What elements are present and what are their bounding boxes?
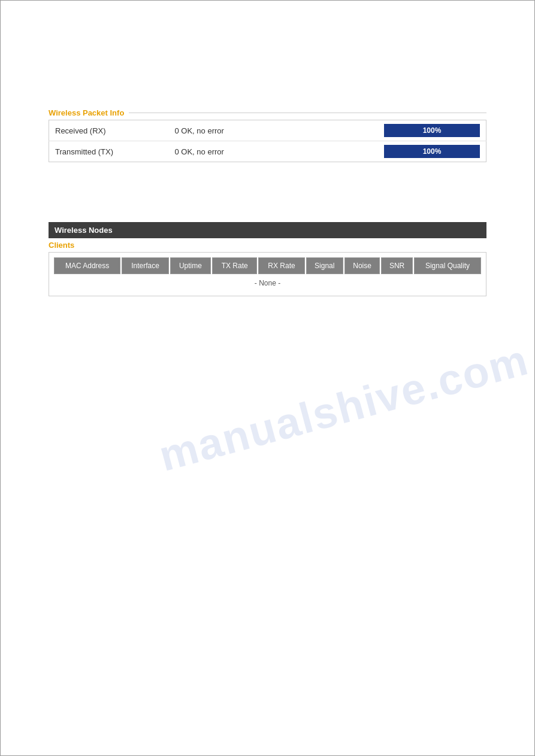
rx-progress-bar: 100% bbox=[384, 124, 480, 137]
wireless-nodes-section: Wireless Nodes Clients MAC Address Inter… bbox=[49, 222, 486, 296]
col-mac-address: MAC Address bbox=[54, 257, 120, 274]
no-data-cell: - None - bbox=[54, 275, 481, 291]
packet-info-section: Wireless Packet Info Received (RX) 0 OK,… bbox=[49, 108, 486, 162]
col-interface: Interface bbox=[122, 257, 169, 274]
clients-table-wrapper: MAC Address Interface Uptime TX Rate RX … bbox=[49, 252, 486, 296]
col-signal-quality: Signal Quality bbox=[414, 257, 481, 274]
packet-info-header: Wireless Packet Info bbox=[49, 108, 486, 117]
tx-status: 0 OK, no error bbox=[169, 141, 379, 162]
col-rx-rate: RX Rate bbox=[258, 257, 304, 274]
table-row: Received (RX) 0 OK, no error 100% bbox=[49, 120, 486, 141]
tx-label: Transmitted (TX) bbox=[49, 141, 169, 162]
nodes-header: Wireless Nodes bbox=[49, 222, 486, 238]
col-snr: SNR bbox=[381, 257, 413, 274]
clients-label: Clients bbox=[49, 241, 486, 250]
tx-progress-bar: 100% bbox=[384, 145, 480, 158]
table-row: Transmitted (TX) 0 OK, no error 100% bbox=[49, 141, 486, 162]
col-tx-rate: TX Rate bbox=[212, 257, 257, 274]
rx-status: 0 OK, no error bbox=[169, 120, 379, 141]
packet-info-divider bbox=[129, 113, 486, 113]
clients-table: MAC Address Interface Uptime TX Rate RX … bbox=[53, 256, 482, 292]
table-header-row: MAC Address Interface Uptime TX Rate RX … bbox=[54, 257, 481, 274]
page-container: manualshive.com Wireless Packet Info Rec… bbox=[0, 0, 535, 756]
no-data-row: - None - bbox=[54, 275, 481, 291]
rx-label: Received (RX) bbox=[49, 120, 169, 141]
watermark: manualshive.com bbox=[153, 335, 533, 480]
tx-progress-cell: 100% bbox=[378, 141, 486, 162]
col-signal: Signal bbox=[306, 257, 343, 274]
packet-info-title: Wireless Packet Info bbox=[49, 108, 124, 117]
rx-progress-cell: 100% bbox=[378, 120, 486, 141]
col-noise: Noise bbox=[344, 257, 380, 274]
col-uptime: Uptime bbox=[170, 257, 211, 274]
packet-table: Received (RX) 0 OK, no error 100% Transm… bbox=[49, 120, 486, 162]
